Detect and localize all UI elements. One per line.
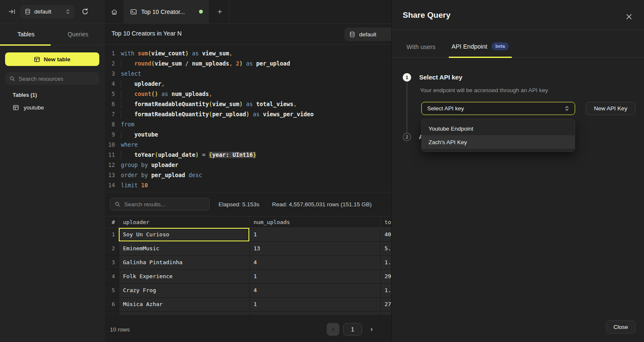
tab-api-endpoint[interactable]: API Endpoint beta: [452, 42, 509, 57]
terminal-icon: [130, 8, 137, 15]
refresh-button[interactable]: [79, 6, 90, 17]
tab-with-users-label: With users: [407, 44, 436, 50]
search-results-input[interactable]: Search results...: [110, 198, 210, 211]
search-icon: [115, 201, 120, 207]
home-button[interactable]: [108, 6, 120, 18]
table-grid-icon: [34, 56, 40, 63]
cell-num-uploads[interactable]: 1: [249, 298, 380, 311]
cell-num-uploads[interactable]: 13: [249, 242, 380, 255]
chevron-right-icon: [369, 327, 374, 332]
code-line-content: formatReadableQuantity(view_sum) as tota…: [121, 99, 297, 109]
row-index: 4: [104, 270, 119, 283]
line-number: 4: [104, 79, 115, 89]
cell-uploader[interactable]: Soy Un Curioso: [119, 228, 249, 241]
new-api-key-button[interactable]: New API Key: [586, 102, 636, 115]
search-icon: [9, 76, 15, 82]
line-number: 9: [104, 130, 115, 140]
tabbar-divider: [229, 0, 229, 23]
close-panel-button[interactable]: [624, 12, 633, 21]
new-table-button[interactable]: New table: [5, 52, 99, 66]
query-title: Top 10 Creators in Year N: [112, 30, 182, 37]
sidebar-tabs: Tables Queries: [0, 24, 104, 45]
sidebar-tab-tables-label: Tables: [17, 31, 34, 38]
api-key-option[interactable]: Youtube Endpoint: [422, 122, 575, 135]
chevron-left-icon: [330, 327, 336, 332]
close-button[interactable]: Close: [606, 320, 636, 334]
line-number: 3: [104, 69, 115, 79]
api-key-select[interactable]: Select API key: [421, 102, 575, 115]
code-line-content: uploader,: [121, 79, 165, 89]
beta-badge: beta: [491, 42, 509, 50]
sidebar: Tables Queries New table Search resource…: [0, 24, 104, 342]
cell-uploader[interactable]: EminemMusic: [119, 242, 249, 255]
new-tab-button[interactable]: +: [213, 5, 226, 18]
row-index: [104, 312, 119, 315]
line-number: 1: [104, 49, 115, 59]
code-line-content: toYear(upload_date) = {year: UInt16}: [121, 150, 256, 160]
share-query-panel: Share Query With users API Endpoint beta…: [391, 0, 644, 342]
code-line-content: where: [121, 140, 138, 150]
database-icon: [349, 31, 355, 38]
page-number-button[interactable]: 1: [343, 323, 362, 336]
rows-read-stat: Read: 4,557,605,031 rows (151.15 GB): [272, 201, 372, 208]
collapse-sidebar-button[interactable]: [6, 6, 18, 18]
previous-page-button[interactable]: [327, 323, 339, 336]
code-line-content: formatReadableQuantity(per_upload) as vi…: [121, 109, 314, 120]
tab-with-users[interactable]: With users: [407, 44, 436, 57]
cell-uploader[interactable]: Crazy Frog: [119, 284, 249, 297]
tables-section-label: Tables (1): [13, 92, 37, 98]
step-1-title: Select API key: [419, 74, 462, 81]
sidebar-tab-tables[interactable]: Tables: [0, 24, 52, 45]
share-panel-title: Share Query: [403, 11, 450, 20]
code-line-content: with sum(view_count) as view_sum,: [121, 49, 232, 59]
cell-num-uploads[interactable]: 1: [249, 228, 380, 241]
step-1-description: Your endpoint will be accessed through a…: [420, 87, 548, 93]
code-line-content: youtube: [121, 130, 158, 140]
pagination: 1: [327, 323, 377, 336]
row-index: 3: [104, 256, 119, 269]
cell-uploader[interactable]: Música Azhar: [119, 298, 249, 311]
code-line-content: count() as num_uploads,: [121, 89, 212, 99]
code-line-content: group by uploader: [121, 160, 178, 170]
code-line-content: limit 10: [121, 181, 148, 191]
code-line-content: from: [121, 120, 134, 130]
step-connector-line: [407, 82, 407, 133]
row-index: 1: [104, 228, 119, 241]
code-line-content: round(view_sum / num_uploads, 2) as per_…: [121, 59, 290, 69]
close-icon: [626, 14, 632, 20]
search-resources-input[interactable]: Search resources: [5, 72, 99, 85]
line-number: 8: [104, 120, 115, 130]
table-grid-icon: [13, 104, 19, 111]
column-header-uploader[interactable]: uploader: [119, 216, 249, 227]
code-line-content: select: [121, 69, 141, 79]
query-tab-title: Top 10 Creator...: [141, 8, 195, 15]
cell-num-uploads[interactable]: [249, 312, 380, 315]
topbar: default: [0, 0, 104, 24]
elapsed-time: Elapsed: 5.153s: [218, 201, 259, 208]
database-selector[interactable]: default: [20, 5, 74, 19]
api-key-dropdown-menu: Youtube EndpointZach's API Key: [421, 119, 575, 152]
line-number: 14: [104, 181, 115, 191]
column-header-num-uploads[interactable]: num_uploads: [249, 216, 380, 227]
cell-uploader[interactable]: [119, 312, 249, 315]
line-number: 10: [104, 140, 115, 150]
new-table-label: New table: [44, 56, 70, 63]
refresh-icon: [82, 8, 89, 15]
step-2-indicator: 2: [403, 133, 411, 141]
api-key-option[interactable]: Zach's API Key: [422, 135, 575, 149]
cell-num-uploads[interactable]: 4: [249, 256, 380, 269]
next-page-button[interactable]: [366, 323, 377, 336]
query-tab[interactable]: Top 10 Creator...: [124, 0, 209, 23]
step-1-indicator: 1: [403, 73, 411, 82]
app-window: default Tables Queries New table Search …: [0, 0, 644, 342]
chevron-updown-icon: [65, 9, 70, 14]
sidebar-tab-queries[interactable]: Queries: [52, 24, 104, 45]
share-panel-header: Share Query: [392, 0, 644, 30]
database-icon: [25, 8, 31, 15]
cell-uploader[interactable]: Folk Experience: [119, 270, 249, 283]
sidebar-item-youtube-table[interactable]: youtube: [0, 101, 104, 114]
cell-num-uploads[interactable]: 1: [249, 270, 380, 283]
cell-num-uploads[interactable]: 4: [249, 284, 380, 297]
cell-uploader[interactable]: Galinha Pintadinha: [119, 256, 249, 269]
row-index: 6: [104, 298, 119, 311]
